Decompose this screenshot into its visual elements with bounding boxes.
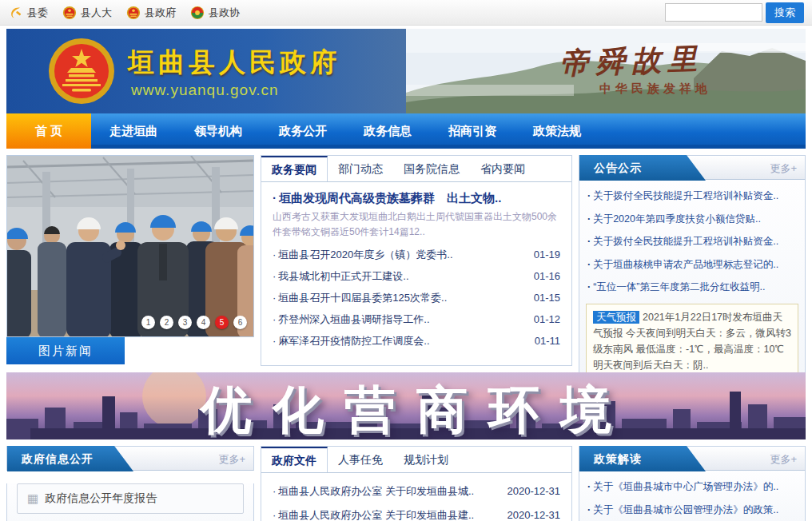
carousel-pagination: 1 2 3 4 5 6 [141, 316, 247, 329]
tab-personnel[interactable]: 人事任免 [328, 447, 393, 472]
carousel-caption[interactable]: 图片新闻 [6, 337, 125, 364]
site-header: 垣曲县人民政府 www.yuanqu.gov.cn 帝舜故里 中华民族发祥地 [6, 29, 806, 113]
tab-gov-documents[interactable]: 政府文件 [261, 447, 328, 472]
topbar-link-county-congress[interactable]: 县人大 [62, 6, 112, 20]
promo-banner[interactable]: 优化营商环境 [6, 372, 806, 439]
topbar-link-label: 县人大 [81, 6, 112, 20]
news-summary: 山西考古又获重大发现垣曲北白鹅出土周代虢国重器出土文物500余件套带铭文铜器近5… [261, 206, 571, 241]
info-panel-header: 政府信息公开 更多+ [6, 446, 254, 471]
nav-item-leadership[interactable]: 领导机构 [176, 113, 261, 149]
topbar-link-label: 县政协 [209, 6, 240, 20]
carousel-dot-5[interactable]: 5 [215, 316, 229, 329]
tab-planning[interactable]: 规划计划 [393, 447, 459, 472]
weather-badge: 天气预报 [593, 311, 639, 324]
nav-item-about[interactable]: 走进垣曲 [91, 113, 176, 149]
carousel-photo[interactable]: 1 2 3 4 5 6 [6, 155, 254, 337]
carousel-dot-6[interactable]: 6 [233, 316, 247, 329]
tab-state-council-info[interactable]: 国务院信息 [393, 156, 470, 181]
news-item[interactable]: 我县城北初中正式开工建设..01-16 [273, 265, 560, 287]
news-date: 01-19 [534, 244, 560, 265]
search-input[interactable] [665, 3, 762, 22]
national-emblem-icon [126, 6, 141, 20]
news-item[interactable]: 麻军泽召开疫情防控工作调度会..01-11 [273, 330, 560, 352]
notice-item[interactable]: 关于拨付全民技能提升工程培训补贴资金.. [587, 185, 797, 208]
site-url: www.yuanqu.gov.cn [131, 82, 279, 99]
info-more-link[interactable]: 更多+ [218, 447, 245, 471]
info-panel-title: 政府信息公开 [7, 446, 133, 471]
annual-report-button[interactable]: ▦ 政府信息公开年度报告 [17, 483, 244, 514]
nav-item-investment[interactable]: 招商引资 [430, 113, 515, 149]
carousel-caption-bar: 图片新闻 [6, 337, 254, 364]
policy-more-link[interactable]: 更多+ [770, 447, 797, 471]
notice-item[interactable]: “五位一体”第三年度第二批分红收益明.. [587, 276, 797, 299]
doc-date: 2020-12-31 [508, 503, 561, 521]
top-bar: 县委 县人大 县政府 县政协 搜索 [0, 0, 812, 26]
policy-item[interactable]: 关于《垣曲县城市中心广场管理办法》的.. [587, 475, 797, 499]
notice-panel-title: 公告公示 [579, 155, 706, 181]
doc-item[interactable]: 垣曲县人民政府办公室 关于印发垣曲县城..2020-12-31 [273, 479, 560, 503]
carousel-dot-1[interactable]: 1 [141, 316, 155, 329]
photo-carousel: 1 2 3 4 5 6 图片新闻 [6, 155, 254, 366]
grid-icon: ▦ [27, 491, 38, 506]
news-item[interactable]: 乔登州深入垣曲县调研指导工作..01-12 [273, 308, 560, 330]
notice-item[interactable]: 关于拨付全民技能提升工程培训补贴资金.. [587, 230, 797, 253]
tab-dept-updates[interactable]: 部门动态 [328, 156, 393, 181]
annual-report-label: 政府信息公开年度报告 [45, 491, 157, 506]
carousel-dot-2[interactable]: 2 [160, 316, 173, 329]
news-item[interactable]: 垣曲县召开2020年度乡（镇）党委书..01-19 [273, 244, 560, 265]
gov-documents-panel: 政府文件 人事任免 规划计划 垣曲县人民政府办公室 关于印发垣曲县城..2020… [261, 446, 572, 521]
policy-panel-body: 关于《垣曲县城市中心广场管理办法》的.. 关于《垣曲县城市公园管理办法》的政策.… [579, 471, 806, 521]
news-tabs: 政务要闻 部门动态 国务院信息 省内要闻 [261, 156, 571, 182]
nav-item-gov-disclosure[interactable]: 政务公开 [261, 113, 345, 149]
notice-list: 关于拨付全民技能提升工程培训补贴资金.. 关于2020年第四季度扶贫小额信贷贴.… [579, 180, 805, 300]
carousel-dot-3[interactable]: 3 [178, 316, 192, 329]
topbar-link-label: 县委 [27, 6, 48, 20]
search-button[interactable]: 搜索 [766, 2, 804, 23]
topbar-link-label: 县政府 [145, 6, 176, 20]
topbar-link-county-government[interactable]: 县政府 [126, 6, 176, 20]
news-list: 垣曲县召开2020年度乡（镇）党委书..01-19 我县城北初中正式开工建设..… [261, 241, 571, 352]
topbar-link-county-committee[interactable]: 县委 [8, 6, 48, 20]
construction-site-photo-art [7, 156, 254, 337]
site-title: 垣曲县人民政府 [128, 45, 340, 81]
tab-gov-news[interactable]: 政务要闻 [261, 156, 328, 181]
slogan-calligraphy: 帝舜故里 [559, 39, 704, 84]
topbar-link-county-cppcc[interactable]: 县政协 [190, 6, 240, 20]
doc-date: 2020-12-31 [508, 479, 561, 503]
tab-provincial-news[interactable]: 省内要闻 [470, 156, 535, 181]
policy-panel-header: 政策解读 更多+ [579, 446, 806, 471]
bottom-content: 政府信息公开 更多+ ▦ 政府信息公开年度报告 政府文件 人事任免 规划计划 垣… [6, 446, 806, 521]
banner-slogan: 优化营商环境 [6, 376, 806, 439]
policy-panel: 政策解读 更多+ 关于《垣曲县城市中心广场管理办法》的.. 关于《垣曲县城市公园… [579, 446, 806, 521]
news-date: 01-12 [534, 308, 560, 330]
notice-item[interactable]: 关于2020年第四季度扶贫小额信贷贴.. [587, 208, 797, 231]
slogan-subtitle: 中华民族发祥地 [599, 82, 711, 97]
notice-panel: 公告公示 更多+ 关于拨付全民技能提升工程培训补贴资金.. 关于2020年第四季… [579, 155, 806, 366]
cppcc-emblem-icon [190, 6, 205, 20]
main-content: 1 2 3 4 5 6 图片新闻 政务要闻 部门动态 国务院信息 省内要闻 垣曲… [6, 155, 806, 366]
nav-item-policy-law[interactable]: 政策法规 [515, 113, 599, 149]
doc-list: 垣曲县人民政府办公室 关于印发垣曲县城..2020-12-31 垣曲县人民政府办… [261, 473, 571, 521]
policy-list: 关于《垣曲县城市中心广场管理办法》的.. 关于《垣曲县城市公园管理办法》的政策.… [579, 471, 805, 521]
carousel-dot-4[interactable]: 4 [197, 316, 210, 329]
party-emblem-icon [8, 6, 23, 20]
notice-panel-body: 关于拨付全民技能提升工程培训补贴资金.. 关于2020年第四季度扶贫小额信贷贴.… [579, 180, 806, 386]
nav-item-home[interactable]: 首 页 [6, 113, 91, 149]
policy-item[interactable]: 关于《垣曲县城市公园管理办法》的政策.. [587, 499, 797, 521]
policy-panel-title: 政策解读 [579, 446, 706, 471]
news-headline[interactable]: 垣曲发现周代高级贵族墓葬群 出土文物.. [261, 182, 571, 206]
national-emblem-icon [62, 6, 77, 20]
page: 县委 县人大 县政府 县政协 搜索 [0, 0, 812, 521]
news-date: 01-15 [534, 287, 560, 308]
news-date: 01-16 [534, 265, 560, 287]
topbar-links: 县委 县人大 县政府 县政协 [8, 6, 240, 20]
notice-more-link[interactable]: 更多+ [770, 156, 797, 181]
info-disclosure-panel: 政府信息公开 更多+ ▦ 政府信息公开年度报告 [6, 446, 254, 521]
nav-item-gov-info[interactable]: 政务信息 [345, 113, 430, 149]
notice-item[interactable]: 关于垣曲核桃申请农产品地理标志登记的.. [587, 253, 797, 276]
national-emblem-logo [48, 38, 115, 105]
main-nav: 首 页 走进垣曲 领导机构 政务公开 政务信息 招商引资 政策法规 [6, 113, 806, 149]
news-item[interactable]: 垣曲县召开十四届县委第125次常委..01-15 [273, 287, 560, 308]
doc-item[interactable]: 垣曲县人民政府办公室 关于印发垣曲县建..2020-12-31 [273, 503, 560, 521]
news-panel: 政务要闻 部门动态 国务院信息 省内要闻 垣曲发现周代高级贵族墓葬群 出土文物.… [261, 155, 572, 366]
